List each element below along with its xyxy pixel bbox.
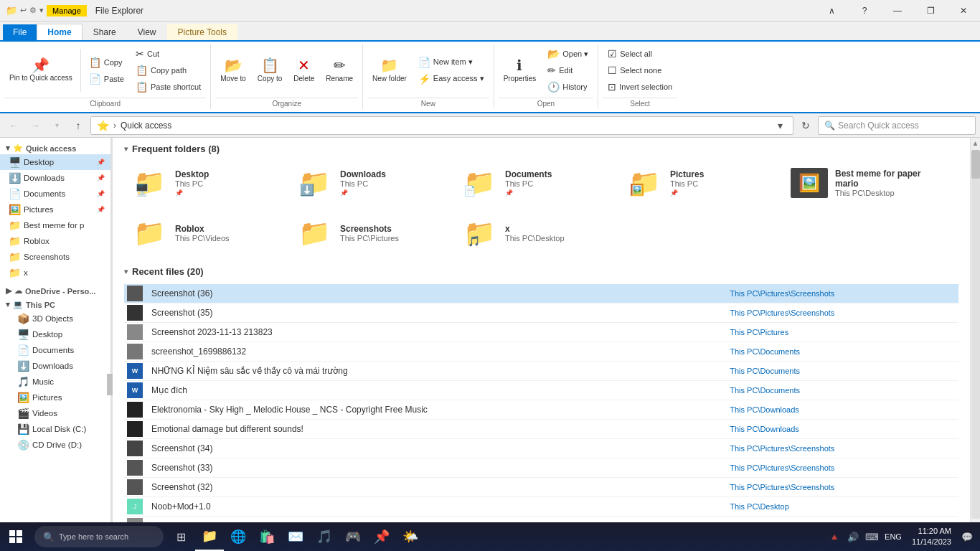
folder-card-screenshots[interactable]: 📁 Screenshots This PC\Pictures xyxy=(289,212,447,255)
folder-card-desktop[interactable]: 📁 🖥️ Desktop This PC 📌 xyxy=(124,161,282,204)
select-none-btn[interactable]: ☐ Select none xyxy=(603,62,677,78)
network-icon[interactable]: 🔺 xyxy=(826,528,843,545)
scroll-thumb[interactable] xyxy=(971,150,980,179)
sidebar-item-3dobjects[interactable]: 📦 3D Objects xyxy=(0,311,110,326)
taskbar-file-explorer[interactable]: 📁 xyxy=(195,522,224,551)
cut-btn[interactable]: ✂ Cut xyxy=(131,46,206,62)
address-bar[interactable]: ⭐ › Quick access ▾ xyxy=(90,116,793,135)
sidebar-item-roblox[interactable]: 📁 Roblox xyxy=(0,233,110,249)
pin-to-quick-access-btn[interactable]: 📌 Pin to Quick access xyxy=(4,55,77,85)
open-btn[interactable]: 📂 Open ▾ xyxy=(542,46,593,62)
folder-card-roblox[interactable]: 📁 Roblox This PC\Videos xyxy=(124,212,282,255)
minimize-btn[interactable]: — xyxy=(881,0,914,22)
folder-card-x[interactable]: 📁 🎵 x This PC\Desktop xyxy=(454,212,612,255)
table-row[interactable]: Screenshot (32) This PC\Pictures\Screens… xyxy=(124,478,958,497)
recent-files-header[interactable]: ▾ Recent files (20) xyxy=(124,266,958,277)
paste-shortcut-btn[interactable]: 📋 Paste shortcut xyxy=(131,79,206,95)
scroll-track[interactable] xyxy=(971,150,980,519)
table-row[interactable]: screenshot_1699886132 This PC\Documents xyxy=(124,342,958,362)
keyboard-icon[interactable]: ⌨ xyxy=(863,528,880,545)
table-row[interactable]: Screenshot (33) This PC\Pictures\Screens… xyxy=(124,458,958,478)
taskbar-pinterest[interactable]: 📌 xyxy=(367,522,396,551)
recent-locations-btn[interactable]: ▾ xyxy=(47,116,66,135)
help-btn[interactable]: ? xyxy=(848,0,881,22)
system-clock[interactable]: 11:20 AM 11/14/2023 xyxy=(906,526,957,548)
address-dropdown-btn[interactable]: ▾ xyxy=(773,118,787,133)
sidebar-section-thispc[interactable]: ▾ 💻 This PC xyxy=(0,297,110,311)
table-row[interactable]: Screenshot (36) This PC\Pictures\Screens… xyxy=(124,284,958,303)
manage-tab-title[interactable]: Manage xyxy=(47,5,87,17)
titlebar-properties[interactable]: ⚙ xyxy=(29,6,37,15)
invert-selection-btn[interactable]: ⊡ Invert selection xyxy=(603,79,677,95)
tab-picture-tools[interactable]: Picture Tools xyxy=(167,24,237,40)
sidebar-item-music[interactable]: 🎵 Music xyxy=(0,374,110,390)
table-row[interactable]: Screenshot (35) This PC\Pictures\Screens… xyxy=(124,303,958,323)
scroll-up-btn[interactable]: ▲ xyxy=(971,138,980,149)
copy-to-btn[interactable]: 📋 Copy to xyxy=(253,55,287,86)
titlebar-undo[interactable]: ↩ xyxy=(20,6,27,15)
tab-view[interactable]: View xyxy=(127,24,167,40)
rename-btn[interactable]: ✏ Rename xyxy=(321,55,358,86)
notification-icon[interactable]: 💬 xyxy=(958,528,976,545)
move-to-btn[interactable]: 📂 Move to xyxy=(215,55,251,86)
table-row[interactable]: J Noob+Mod+1.0 This PC\Desktop xyxy=(124,497,958,517)
sidebar-item-downloads[interactable]: ⬇️ Downloads 📌 xyxy=(0,170,110,186)
copy-path-btn[interactable]: 📋 Copy path xyxy=(131,62,206,78)
tab-home[interactable]: Home xyxy=(37,24,82,40)
frequent-folders-header[interactable]: ▾ Frequent folders (8) xyxy=(124,143,958,154)
back-btn[interactable]: ← xyxy=(4,116,23,135)
sidebar-item-videos[interactable]: 🎬 Videos xyxy=(0,405,110,421)
sidebar-item-x[interactable]: 📁 x xyxy=(0,265,110,281)
new-folder-btn[interactable]: 📁 New folder xyxy=(367,55,412,86)
maximize-btn[interactable]: ❐ xyxy=(914,0,947,22)
folder-card-documents[interactable]: 📁 📄 Documents This PC 📌 xyxy=(454,161,612,204)
table-row[interactable]: W Mục đích This PC\Documents xyxy=(124,381,958,400)
sidebar-item-downloads-pc[interactable]: ⬇️ Downloads xyxy=(0,358,110,374)
titlebar-chevron[interactable]: ▾ xyxy=(39,6,44,15)
edit-btn[interactable]: ✏ Edit xyxy=(542,62,593,78)
sidebar-item-documents[interactable]: 📄 Documents 📌 xyxy=(0,186,110,202)
taskbar-weather[interactable]: 🌤️ xyxy=(396,522,425,551)
delete-btn[interactable]: ✕ Delete xyxy=(288,55,319,86)
speaker-icon[interactable]: 🔊 xyxy=(844,528,862,545)
taskbar-music[interactable]: 🎵 xyxy=(310,522,339,551)
history-btn[interactable]: 🕐 History xyxy=(542,79,593,95)
close-btn[interactable]: ✕ xyxy=(947,0,980,22)
sidebar-item-desktop-pc[interactable]: 🖥️ Desktop xyxy=(0,326,110,342)
folder-card-downloads[interactable]: 📁 ⬇️ Downloads This PC 📌 xyxy=(289,161,447,204)
sidebar-item-local-disk[interactable]: 💾 Local Disk (C:) xyxy=(0,421,110,437)
table-row[interactable]: Elektronomia - Sky High _ Melodic House … xyxy=(124,400,958,420)
new-item-btn[interactable]: 📄 New item ▾ xyxy=(413,55,489,70)
folder-card-best-meme[interactable]: 🖼️ Best meme for paper mario This PC\Des… xyxy=(784,161,942,204)
refresh-btn[interactable]: ↻ xyxy=(796,116,815,135)
sidebar-item-pictures[interactable]: 🖼️ Pictures 📌 xyxy=(0,202,110,217)
table-row[interactable]: Screenshot 2023-11-13 213823 This PC\Pic… xyxy=(124,323,958,342)
sidebar-item-screenshots[interactable]: 📁 Screenshots xyxy=(0,249,110,265)
table-row[interactable]: Screenshot (34) This PC\Pictures\Screens… xyxy=(124,439,958,458)
sidebar-section-onedrive[interactable]: ▶ ☁ OneDrive - Perso... xyxy=(0,283,110,297)
table-row[interactable]: W NHỮNG KỈ Niệm sâu sắc về thầy cô và má… xyxy=(124,362,958,381)
chevron-up-btn[interactable]: ∧ xyxy=(815,0,848,22)
sidebar-item-best-meme[interactable]: 📁 Best meme for p xyxy=(0,217,110,233)
easy-access-btn[interactable]: ⚡ Easy access ▾ xyxy=(413,71,489,87)
sidebar-item-pictures-pc[interactable]: 🖼️ Pictures xyxy=(0,390,110,405)
paste-btn[interactable]: 📄 Paste xyxy=(84,71,129,87)
copy-btn[interactable]: 📋 Copy xyxy=(84,55,129,70)
search-bar[interactable]: 🔍 Search Quick access xyxy=(818,116,976,135)
content-scrollbar[interactable]: ▲ ▼ xyxy=(970,138,980,531)
sidebar-scrollbar-thumb[interactable] xyxy=(107,374,113,395)
taskbar-task-view[interactable]: ⊞ xyxy=(166,522,195,551)
up-btn[interactable]: ↑ xyxy=(69,116,88,135)
taskbar-search-bar[interactable]: 🔍 Type here to search xyxy=(34,526,164,547)
table-row[interactable]: Emotional damage but different sounds! T… xyxy=(124,420,958,439)
sidebar-item-documents-pc[interactable]: 📄 Documents xyxy=(0,342,110,358)
sidebar-item-desktop[interactable]: 🖥️ Desktop 📌 xyxy=(0,154,110,170)
taskbar-store[interactable]: 🛍️ xyxy=(253,522,281,551)
folder-card-pictures[interactable]: 📁 🖼️ Pictures This PC 📌 xyxy=(619,161,777,204)
tab-share[interactable]: Share xyxy=(83,24,127,40)
taskbar-mail[interactable]: ✉️ xyxy=(281,522,310,551)
sidebar-item-cd-drive[interactable]: 💿 CD Drive (D:) xyxy=(0,437,110,453)
language-indicator[interactable]: ENG xyxy=(882,532,905,541)
forward-btn[interactable]: → xyxy=(26,116,44,135)
properties-btn[interactable]: ℹ Properties xyxy=(499,55,542,86)
